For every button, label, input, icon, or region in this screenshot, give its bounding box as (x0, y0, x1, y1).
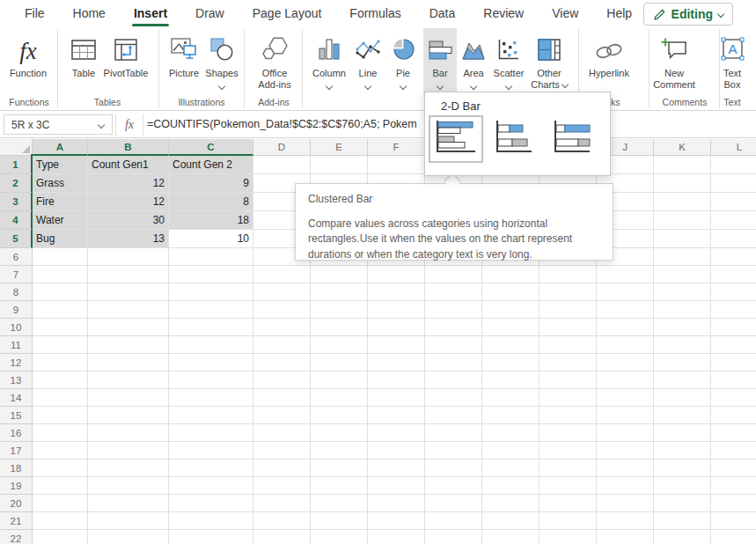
cell-E17[interactable] (311, 442, 368, 459)
cell-I11[interactable] (539, 336, 597, 354)
cell-J14[interactable] (597, 389, 654, 407)
cell-L13[interactable] (711, 371, 756, 389)
cell-A3[interactable]: Fire (33, 193, 88, 211)
cell-I17[interactable] (539, 442, 597, 459)
cell-B2[interactable]: 12 (88, 174, 169, 193)
cell-C9[interactable] (169, 301, 253, 319)
cell-J15[interactable] (597, 407, 654, 424)
cell-H19[interactable] (482, 477, 539, 495)
cell-L11[interactable] (711, 336, 756, 354)
col-header-F[interactable]: F (368, 139, 425, 156)
cell-G13[interactable] (425, 371, 482, 389)
row-header-15[interactable]: 15 (0, 407, 33, 424)
col-header-K[interactable]: K (654, 139, 711, 156)
cell-I9[interactable] (539, 301, 597, 319)
cell-E20[interactable] (311, 495, 368, 512)
line-chart-button[interactable]: Line (351, 28, 385, 98)
cell-I19[interactable] (539, 477, 597, 495)
cell-I16[interactable] (539, 424, 597, 442)
cell-K5[interactable] (654, 230, 711, 248)
col-header-A[interactable]: A (33, 139, 88, 156)
menu-home[interactable]: Home (59, 0, 120, 26)
cell-C21[interactable] (169, 512, 253, 530)
cell-B8[interactable] (88, 283, 169, 301)
cell-G18[interactable] (425, 459, 482, 477)
row-header-12[interactable]: 12 (0, 354, 33, 371)
cell-I8[interactable] (539, 283, 597, 301)
cell-D18[interactable] (253, 459, 311, 477)
cell-L1[interactable] (711, 156, 756, 174)
cell-D1[interactable] (253, 156, 311, 174)
bar-chart-button[interactable]: Bar (423, 28, 457, 98)
cell-H12[interactable] (482, 354, 539, 371)
cell-F18[interactable] (368, 459, 425, 477)
cell-B16[interactable] (88, 424, 169, 442)
table-button[interactable]: Table (62, 28, 105, 98)
cell-L5[interactable] (711, 230, 756, 248)
cell-C3[interactable]: 8 (169, 193, 253, 211)
cell-I21[interactable] (539, 512, 597, 530)
cell-L10[interactable] (711, 319, 756, 336)
cell-G22[interactable] (425, 530, 482, 544)
cell-K9[interactable] (654, 301, 711, 319)
menu-help[interactable]: Help (592, 0, 646, 26)
cell-D7[interactable] (253, 266, 311, 283)
cell-D13[interactable] (253, 371, 311, 389)
cell-J7[interactable] (597, 266, 654, 283)
cell-A18[interactable] (33, 459, 88, 477)
cell-K11[interactable] (654, 336, 711, 354)
pie-chart-button[interactable]: Pie (387, 28, 419, 98)
cell-G21[interactable] (425, 512, 482, 530)
cell-L4[interactable] (711, 211, 756, 230)
select-all-corner[interactable] (0, 139, 33, 156)
cell-K19[interactable] (654, 477, 711, 495)
cell-E16[interactable] (311, 424, 368, 442)
cell-L20[interactable] (711, 495, 756, 512)
cell-J12[interactable] (597, 354, 654, 371)
cell-I15[interactable] (539, 407, 597, 424)
cell-B6[interactable] (88, 248, 169, 266)
cell-B4[interactable]: 30 (88, 211, 169, 230)
cell-L16[interactable] (711, 424, 756, 442)
cell-D19[interactable] (253, 477, 311, 495)
office-addins-button[interactable]: Office Add-ins (249, 28, 300, 98)
cell-A22[interactable] (33, 530, 88, 544)
row-header-5[interactable]: 5 (0, 230, 33, 248)
cell-A21[interactable] (33, 512, 88, 530)
cell-H10[interactable] (482, 319, 539, 336)
cell-L9[interactable] (711, 301, 756, 319)
cell-J9[interactable] (597, 301, 654, 319)
cell-J13[interactable] (597, 371, 654, 389)
row-header-17[interactable]: 17 (0, 442, 33, 459)
cell-J18[interactable] (597, 459, 654, 477)
cell-D15[interactable] (253, 407, 311, 424)
cell-A9[interactable] (33, 301, 88, 319)
cell-D17[interactable] (253, 442, 311, 459)
cell-B14[interactable] (88, 389, 169, 407)
cell-A7[interactable] (33, 266, 88, 283)
cell-E10[interactable] (311, 319, 368, 336)
cell-E19[interactable] (311, 477, 368, 495)
cell-A6[interactable] (33, 248, 88, 266)
cell-A14[interactable] (33, 389, 88, 407)
cell-A1[interactable]: Type (33, 156, 88, 174)
cell-H9[interactable] (482, 301, 539, 319)
cell-E22[interactable] (311, 530, 368, 544)
stacked-bar-option[interactable] (495, 121, 533, 158)
cell-H22[interactable] (482, 530, 539, 544)
cell-F17[interactable] (368, 442, 425, 459)
cell-E7[interactable] (311, 266, 368, 283)
cell-K16[interactable] (654, 424, 711, 442)
cell-E14[interactable] (311, 389, 368, 407)
menu-draw[interactable]: Draw (181, 0, 239, 26)
cell-H13[interactable] (482, 371, 539, 389)
cell-D14[interactable] (253, 389, 311, 407)
cell-F8[interactable] (368, 283, 425, 301)
cell-C7[interactable] (169, 266, 253, 283)
row-header-7[interactable]: 7 (0, 266, 33, 283)
cell-F20[interactable] (368, 495, 425, 512)
row-header-20[interactable]: 20 (0, 495, 33, 512)
cell-C1[interactable]: Count Gen 2 (169, 156, 253, 174)
new-comment-button[interactable]: New Comment (649, 28, 700, 98)
cell-A5[interactable]: Bug (33, 230, 88, 248)
